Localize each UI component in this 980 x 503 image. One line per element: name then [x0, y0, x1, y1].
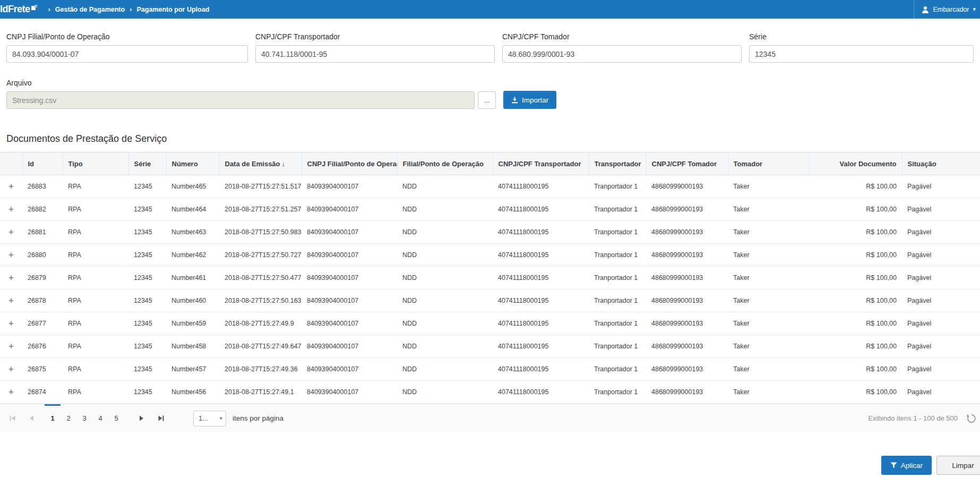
cell-situacao: Pagável	[902, 221, 980, 244]
cell-situacao: Pagável	[902, 289, 980, 312]
cell-tipo: RPA	[63, 244, 128, 267]
cell-data_emissao: 2018-08-27T15:27:49.36	[219, 358, 302, 381]
cell-situacao: Pagável	[902, 358, 980, 381]
column-header-data_emissao[interactable]: Data de Emissão↓	[219, 152, 302, 175]
expand-row-icon[interactable]: +	[7, 319, 15, 328]
filter-row: CNPJ Filial/Ponto de Operação CNPJ/CPF T…	[6, 32, 974, 63]
pager-first-button[interactable]	[4, 411, 20, 427]
cell-id: 26879	[22, 267, 63, 289]
cell-cnpj_filial: 84093904000107	[302, 244, 397, 267]
cell-numero: Number463	[166, 221, 219, 244]
cell-numero: Number457	[166, 358, 219, 381]
expand-row-icon[interactable]: +	[7, 250, 15, 260]
expand-row-icon[interactable]: +	[7, 387, 15, 397]
column-header-tipo[interactable]: Tipo	[63, 152, 128, 175]
cnpj-tomador-label: CNPJ/CPF Tomador	[502, 32, 742, 41]
cell-valor: R$ 100,00	[809, 175, 902, 198]
cell-tomador: Taker	[728, 358, 809, 381]
pager-prev-button[interactable]	[23, 411, 39, 427]
expand-row-icon[interactable]: +	[7, 227, 15, 237]
expand-cell: +	[0, 358, 22, 381]
cell-situacao: Pagável	[902, 312, 980, 335]
breadcrumb-item-pagamento-por-upload: Pagamento por Upload	[137, 6, 210, 13]
expand-cell: +	[0, 244, 22, 267]
cell-cnpj_filial: 84093904000107	[302, 267, 397, 289]
app-logo[interactable]: ldFrete	[0, 0, 37, 19]
expand-row-icon[interactable]: +	[7, 204, 15, 214]
expand-row-icon[interactable]: +	[7, 273, 15, 283]
cell-data_emissao: 2018-08-27T15:27:50.477	[219, 267, 302, 289]
cell-data_emissao: 2018-08-27T15:27:49.1	[219, 381, 302, 404]
cell-transportador: Tranportador 1	[589, 289, 646, 312]
cell-numero: Number459	[166, 312, 219, 335]
column-header-cnpj_filial[interactable]: CNPJ Filial/Ponto de Operaç...	[302, 152, 397, 175]
cnpj-filial-input[interactable]	[6, 45, 248, 63]
column-header-tomador[interactable]: Tomador	[728, 152, 809, 175]
cell-cnpj_tomador: 48680999000193	[646, 335, 728, 358]
page-size-select[interactable]: 1... ▾	[193, 411, 226, 427]
serie-input[interactable]	[749, 45, 974, 63]
field-cnpj-transportador: CNPJ/CPF Transportador	[255, 32, 495, 63]
cell-serie: 12345	[128, 221, 166, 244]
expand-row-icon[interactable]: +	[7, 364, 15, 374]
import-button[interactable]: Importar	[503, 91, 556, 109]
column-header-serie[interactable]: Série	[128, 152, 166, 175]
per-page-label: itens por página	[233, 414, 283, 422]
table-row: +26882RPA12345Number4642018-08-27T15:27:…	[0, 198, 980, 221]
expand-cell: +	[0, 221, 22, 244]
user-menu[interactable]: Embarcador ▾	[914, 0, 980, 19]
cell-data_emissao: 2018-08-27T15:27:50.983	[219, 221, 302, 244]
cnpj-transportador-label: CNPJ/CPF Transportador	[255, 32, 495, 41]
column-header-numero[interactable]: Número	[166, 152, 219, 175]
table-row: +26880RPA12345Number4622018-08-27T15:27:…	[0, 244, 980, 267]
cell-situacao: Pagável	[902, 381, 980, 404]
expand-row-icon[interactable]: +	[7, 342, 15, 351]
expand-row-icon[interactable]: +	[7, 296, 15, 305]
cell-cnpj_filial: 84093904000107	[302, 175, 397, 198]
pager-page-1[interactable]: 1	[45, 404, 61, 432]
clear-button[interactable]: Limpar	[936, 456, 980, 475]
cell-numero: Number465	[166, 175, 219, 198]
cnpj-tomador-input[interactable]	[502, 45, 742, 63]
expand-cell: +	[0, 312, 22, 335]
cell-tipo: RPA	[63, 381, 128, 404]
cell-numero: Number464	[166, 198, 219, 221]
column-header-situacao[interactable]: Situação	[902, 152, 980, 175]
column-header-cnpj_transportador[interactable]: CNPJ/CPF Transportador	[493, 152, 589, 175]
cell-cnpj_filial: 84093904000107	[302, 289, 397, 312]
cell-valor: R$ 100,00	[809, 221, 902, 244]
cell-serie: 12345	[128, 312, 166, 335]
browse-button[interactable]: ...	[478, 91, 496, 109]
cell-cnpj_transportador: 40741118000195	[493, 267, 589, 289]
pager-page-5[interactable]: 5	[108, 404, 124, 432]
pager-first-icon	[10, 415, 15, 421]
pager-last-button[interactable]	[153, 411, 169, 427]
column-header-valor[interactable]: Valor Documento	[809, 152, 902, 175]
cell-data_emissao: 2018-08-27T15:27:49.9	[219, 312, 302, 335]
cell-numero: Number462	[166, 244, 219, 267]
pager-page-2[interactable]: 2	[61, 404, 76, 432]
cell-cnpj_transportador: 40741118000195	[493, 312, 589, 335]
breadcrumb-item-gestao-de-pagamento[interactable]: Gestão de Pagamento	[55, 6, 125, 13]
column-header-transportador[interactable]: Transportador	[589, 152, 646, 175]
file-row: Arquivo ... Importar	[6, 79, 974, 109]
pager-page-4[interactable]: 4	[92, 404, 108, 432]
pager-page-3[interactable]: 3	[76, 404, 92, 432]
cell-data_emissao: 2018-08-27T15:27:50.163	[219, 289, 302, 312]
cell-transportador: Tranportador 1	[589, 221, 646, 244]
cell-cnpj_filial: 84093904000107	[302, 198, 397, 221]
column-header-id[interactable]: Id	[22, 152, 63, 175]
cell-cnpj_transportador: 40741118000195	[493, 244, 589, 267]
table-row: +26878RPA12345Number4602018-08-27T15:27:…	[0, 289, 980, 312]
apply-button[interactable]: Aplicar	[881, 456, 932, 475]
expand-row-icon[interactable]: +	[7, 182, 15, 191]
cell-cnpj_transportador: 40741118000195	[493, 289, 589, 312]
cnpj-transportador-input[interactable]	[255, 45, 495, 63]
pager-next-button[interactable]	[134, 411, 150, 427]
cell-filial: NDD	[397, 312, 493, 335]
refresh-icon[interactable]	[966, 413, 977, 424]
column-header-cnpj_tomador[interactable]: CNPJ/CPF Tomador	[646, 152, 728, 175]
cell-numero: Number461	[166, 267, 219, 289]
column-header-filial[interactable]: Filial/Ponto de Operação	[397, 152, 493, 175]
cell-serie: 12345	[128, 198, 166, 221]
